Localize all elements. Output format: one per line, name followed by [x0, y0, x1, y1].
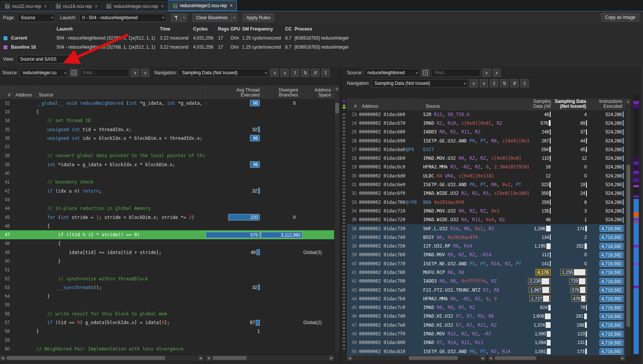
- source-row[interactable]: 55: [0, 301, 334, 309]
- source-row[interactable]: 38 // convert global data pointer to the…: [0, 151, 334, 160]
- source-row[interactable]: 54 }: [0, 292, 334, 301]
- sass-row[interactable]: 3800000002 01dac750I2F.U32.RP R8, R141,1…: [347, 242, 625, 250]
- scroll-left-icon[interactable]: ◀: [347, 355, 352, 361]
- right-vscroll-handle[interactable]: [626, 165, 630, 327]
- close-icon[interactable]: ×: [161, 4, 164, 9]
- tab-ncu32.ncu-rep[interactable]: ncu32.ncu-rep×: [1, 1, 51, 11]
- source-row[interactable]: 60// Neighbored Pair Implementation with…: [0, 344, 334, 353]
- source-row[interactable]: 41 // boundary check: [0, 178, 334, 187]
- right-data-hscrollbar[interactable]: ◀ ▶: [488, 355, 625, 361]
- sass-row[interactable]: 2900000002 01dac6c0HFMA2.MMA R3, -RZ, RZ…: [347, 163, 625, 171]
- col-header-address-space[interactable]: Address Space: [301, 86, 334, 98]
- page-dropdown[interactable]: Source ▾: [18, 14, 55, 22]
- find-prev-button[interactable]: ∧: [493, 69, 501, 77]
- col-header-address[interactable]: Address: [13, 86, 37, 98]
- sass-row[interactable]: 3000000002 01dac6d0ULDC.64 UR4, c[0x0][0…: [347, 171, 625, 180]
- left-data-hscrollbar[interactable]: ◀ ▶: [206, 355, 334, 361]
- find-next-button[interactable]: ∨: [482, 69, 491, 77]
- source-row[interactable]: 57 if (tid == 0) g_odata[blockIdx.x] = i…: [0, 318, 334, 327]
- sass-row[interactable]: 3400000002 01dac710IMAD.MOV.U32 R0, RZ, …: [347, 206, 625, 215]
- left-vertical-scrollbar[interactable]: ▲: [334, 86, 339, 353]
- sass-row[interactable]: 3900000002 01dac760IMAD.MOV R9, RZ, RZ, …: [347, 251, 625, 259]
- col-header-line-number[interactable]: #: [0, 86, 13, 98]
- right-vertical-scrollbar[interactable]: ▲: [625, 99, 631, 355]
- left-source-hscrollbar[interactable]: ◀ ▶: [0, 355, 204, 361]
- sass-row[interactable]: 2700000002 01dac6a0@P0EXIT29445524,288: [347, 145, 625, 154]
- scroll-right-icon[interactable]: ▶: [480, 355, 486, 361]
- scroll-left-icon[interactable]: ◀: [488, 355, 493, 361]
- sass-function-dropdown[interactable]: reduceNeighbored ▾: [364, 69, 419, 77]
- close-icon[interactable]: ×: [95, 4, 97, 9]
- left-vscroll-handle[interactable]: [335, 103, 339, 113]
- scroll-right-icon[interactable]: ▶: [620, 355, 625, 361]
- scroll-left-icon[interactable]: ◀: [206, 355, 211, 361]
- col-header-source[interactable]: Source: [423, 99, 531, 110]
- source-row[interactable]: 59: [0, 336, 334, 344]
- launch-dropdown[interactable]: 0 - 504 - reduceNeighbored ▾: [79, 14, 166, 22]
- col-header-divergent-branches[interactable]: Divergent Branches: [262, 86, 301, 98]
- source-row[interactable]: 43: [0, 195, 334, 204]
- sass-row[interactable]: 3100000002 01dac6e0ISETP.GE.U32.AND P0, …: [347, 180, 625, 189]
- right-source-hscroll-handle[interactable]: [409, 356, 458, 360]
- view-dropdown[interactable]: Source and SASS ▾: [17, 55, 74, 63]
- collapse-all-button[interactable]: ⇵: [510, 79, 519, 87]
- sass-row[interactable]: 4600000002 01dac7d0IMAD.HI.U32 R7, R7, R…: [347, 312, 625, 321]
- sass-row[interactable]: 4900000002 01dac800IMAD R7, R14, R12, R1…: [347, 338, 625, 347]
- scroll-left-icon[interactable]: ◀: [0, 355, 5, 361]
- sass-row[interactable]: 4400000002 01dac7b0HFMA2.MMA R6, -RZ, RZ…: [347, 294, 625, 303]
- source-row[interactable]: 32__global__ void reduceNeighbored (int …: [0, 99, 334, 107]
- baseline-row[interactable]: Baseline 18504 - reduceNeighbored (32768…: [3, 43, 493, 52]
- sass-row[interactable]: 2800000002 01dac6b0IMAD.MOV.U32 R0, RZ, …: [347, 154, 625, 162]
- col-header-line-number[interactable]: #: [347, 99, 359, 110]
- scroll-right-icon[interactable]: ▶: [198, 355, 204, 361]
- filter-dropdown-arrow[interactable]: ▾: [181, 14, 187, 22]
- left-source-hscroll-handle[interactable]: [7, 356, 165, 360]
- collapse-button[interactable]: −: [70, 69, 78, 77]
- window-right-scrollbar[interactable]: [640, 67, 643, 364]
- find-input[interactable]: Find...: [431, 69, 480, 77]
- right-data-hscroll-handle[interactable]: [495, 356, 536, 360]
- goto-max-button[interactable]: ↥: [291, 69, 299, 77]
- navigation-metric-dropdown[interactable]: Sampling Data (Not Issued) ▾: [371, 79, 468, 87]
- source-row[interactable]: 45 for (int stride = 1; stride < blockDi…: [0, 213, 334, 222]
- sass-row[interactable]: 2600000002 01dac690ISETP.GE.U32.AND P0, …: [347, 136, 625, 145]
- source-row[interactable]: 46 {: [0, 222, 334, 230]
- sass-row[interactable]: 2300000002 01dac660S2R R11, SR_TID.X4845…: [347, 110, 625, 119]
- source-row[interactable]: 35 unsigned int tid = threadIdx.x;32: [0, 125, 334, 134]
- col-header-sampling-data-not-issued[interactable]: Sampling Data (Not Issued): [551, 99, 589, 110]
- sass-row[interactable]: 4000000002 01dac770ISETP.NE.U32.AND P1, …: [347, 259, 625, 268]
- tab-reduceInteger.ncu-rep[interactable]: reduceInteger.ncu-rep×: [102, 1, 167, 11]
- source-row[interactable]: 36 unsigned int idx = blockIdx.x * block…: [0, 134, 334, 142]
- clear-baselines-dropdown-arrow[interactable]: ▾: [232, 14, 237, 22]
- nav-prev-button[interactable]: ∧: [480, 79, 488, 87]
- apply-rules-button[interactable]: Apply Rules: [242, 14, 274, 22]
- sass-row[interactable]: 4200000002 01dac790IADD3 R6, R8, 0xfffff…: [347, 277, 625, 286]
- source-row[interactable]: 40: [0, 169, 334, 177]
- find-prev-button[interactable]: ∧: [141, 69, 149, 77]
- close-icon[interactable]: ×: [230, 3, 233, 8]
- expand-all-button[interactable]: ⇅: [500, 79, 508, 87]
- sass-row[interactable]: 4300000002 01dac7a0F2I.FTZ.U32.TRUNC.NTZ…: [347, 286, 625, 294]
- source-row[interactable]: 37: [0, 142, 334, 151]
- source-row[interactable]: 51: [0, 266, 334, 274]
- source-row[interactable]: 56 // write result for this block to glo…: [0, 309, 334, 318]
- goto-source-button[interactable]: ↧: [321, 69, 330, 77]
- find-input[interactable]: Find...: [80, 69, 129, 77]
- col-header-source[interactable]: Source: [37, 86, 206, 98]
- source-row[interactable]: 53 __syncthreads();32: [0, 283, 334, 292]
- nav-next-button[interactable]: ∨: [470, 79, 478, 87]
- source-file-dropdown[interactable]: reduceInteger.cu ▾: [20, 69, 68, 77]
- clear-baselines-button[interactable]: Clear Baselines: [192, 14, 232, 22]
- col-header-predicate[interactable]: [406, 99, 424, 110]
- source-row[interactable]: 39 int *idata = g_idata + blockIdx.x * b…: [0, 160, 334, 169]
- source-row[interactable]: 50 }: [0, 257, 334, 265]
- sass-row[interactable]: 3600000002 01dac730SHF.L.U32 R14, R0, 0x…: [347, 224, 625, 233]
- sass-row[interactable]: 3700000002 01dac740BSSY B0, 0x201dac8f01…: [347, 233, 625, 242]
- scroll-up-icon[interactable]: ▲: [626, 99, 631, 104]
- nav-next-button[interactable]: ∨: [270, 69, 279, 77]
- right-source-hscrollbar[interactable]: ◀ ▶: [347, 355, 486, 361]
- scroll-right-icon[interactable]: ▶: [329, 355, 334, 361]
- goto-source-button[interactable]: ↧: [520, 79, 529, 87]
- col-header-sampling-data-all[interactable]: Sampling Data (All): [531, 99, 551, 110]
- sass-row[interactable]: 5000000002 01dac810ISETP.GE.U32.AND P0, …: [347, 347, 625, 355]
